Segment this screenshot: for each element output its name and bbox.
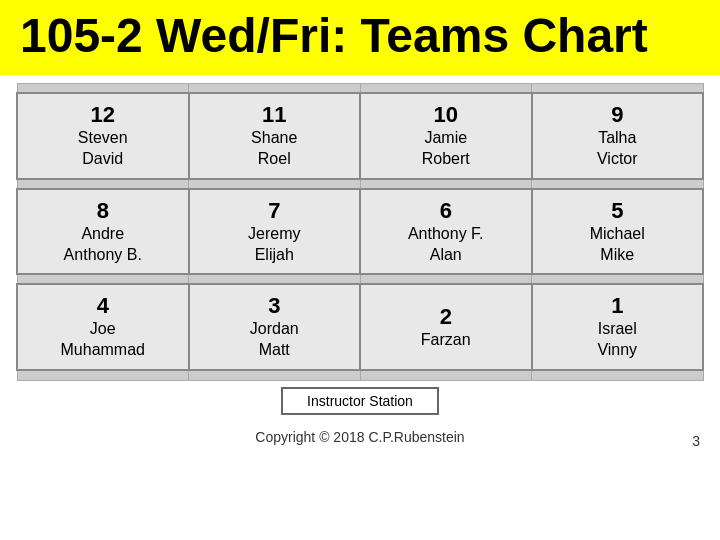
team-members: Farzan <box>365 330 527 351</box>
team-members: StevenDavid <box>22 128 184 170</box>
team-cell: 4 JoeMuhammad <box>17 284 189 370</box>
spacer-row <box>17 370 703 380</box>
team-cell: 9 TalhaVictor <box>532 93 704 179</box>
team-number: 10 <box>365 102 527 128</box>
footer: Copyright © 2018 C.P.Rubenstein 3 <box>0 421 720 449</box>
team-cell: 11 ShaneRoel <box>189 93 361 179</box>
page-number: 3 <box>692 433 700 449</box>
spacer-row <box>17 83 703 93</box>
team-members: ShaneRoel <box>194 128 356 170</box>
table-row: 12 StevenDavid 11 ShaneRoel 10 JamieRobe… <box>17 93 703 179</box>
team-members: JordanMatt <box>194 319 356 361</box>
page-header: 105-2 Wed/Fri: Teams Chart <box>0 0 720 75</box>
table-row: 4 JoeMuhammad 3 JordanMatt 2 Farzan 1 Is… <box>17 284 703 370</box>
team-cell: 10 JamieRobert <box>360 93 532 179</box>
team-cell: 1 IsraelVinny <box>532 284 704 370</box>
team-members: AndreAnthony B. <box>22 224 184 266</box>
team-cell: 8 AndreAnthony B. <box>17 189 189 275</box>
copyright-text: Copyright © 2018 C.P.Rubenstein <box>255 429 464 445</box>
team-number: 7 <box>194 198 356 224</box>
team-members: JeremyElijah <box>194 224 356 266</box>
team-cell: 12 StevenDavid <box>17 93 189 179</box>
teams-table: 12 StevenDavid 11 ShaneRoel 10 JamieRobe… <box>16 83 704 381</box>
instructor-station-box: Instructor Station <box>281 387 439 415</box>
team-number: 4 <box>22 293 184 319</box>
team-number: 3 <box>194 293 356 319</box>
team-number: 6 <box>365 198 527 224</box>
spacer-row <box>17 274 703 284</box>
team-cell: 3 JordanMatt <box>189 284 361 370</box>
team-members: JoeMuhammad <box>22 319 184 361</box>
team-cell: 2 Farzan <box>360 284 532 370</box>
team-cell: 7 JeremyElijah <box>189 189 361 275</box>
team-members: MichaelMike <box>537 224 699 266</box>
team-members: TalhaVictor <box>537 128 699 170</box>
page-title: 105-2 Wed/Fri: Teams Chart <box>20 10 648 63</box>
table-row: 8 AndreAnthony B. 7 JeremyElijah 6 Antho… <box>17 189 703 275</box>
team-members: IsraelVinny <box>537 319 699 361</box>
team-members: JamieRobert <box>365 128 527 170</box>
team-number: 11 <box>194 102 356 128</box>
team-number: 8 <box>22 198 184 224</box>
main-content: 12 StevenDavid 11 ShaneRoel 10 JamieRobe… <box>0 75 720 421</box>
spacer-row <box>17 179 703 189</box>
team-number: 5 <box>537 198 699 224</box>
team-number: 2 <box>365 304 527 330</box>
instructor-section: Instructor Station <box>16 381 704 417</box>
team-members: Anthony F.Alan <box>365 224 527 266</box>
team-cell: 6 Anthony F.Alan <box>360 189 532 275</box>
team-number: 9 <box>537 102 699 128</box>
team-number: 12 <box>22 102 184 128</box>
team-cell: 5 MichaelMike <box>532 189 704 275</box>
team-number: 1 <box>537 293 699 319</box>
